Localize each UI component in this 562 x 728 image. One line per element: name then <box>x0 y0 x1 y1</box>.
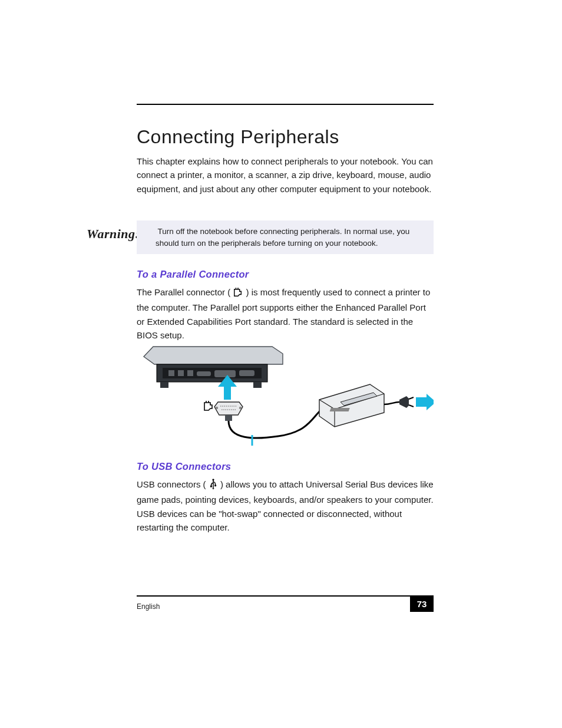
warning-label: Warning: <box>87 226 140 242</box>
svg-rect-9 <box>253 382 262 388</box>
laptop-rear-icon <box>144 347 283 388</box>
power-plug-icon <box>399 396 414 408</box>
svg-rect-2 <box>168 370 174 376</box>
warning-text: Turn off the notebook before connecting … <box>156 227 409 248</box>
svg-rect-4 <box>187 370 193 376</box>
chapter-title: Connecting Peripherals <box>137 126 339 148</box>
svg-rect-10 <box>225 415 232 421</box>
section-heading-usb: To USB Connectors <box>137 461 231 472</box>
page-number-badge: 73 <box>410 595 434 612</box>
manual-page: Connecting Peripherals This chapter expl… <box>0 0 562 728</box>
svg-point-11 <box>216 407 218 409</box>
section-heading-parallel: To a Parallel Connector <box>137 269 249 280</box>
svg-point-12 <box>239 407 242 409</box>
top-rule <box>137 104 434 105</box>
arrow-right-icon <box>416 394 434 410</box>
para1-before: The Parallel connector ( <box>137 287 230 297</box>
connection-diagram <box>137 336 434 454</box>
parallel-plug-icon <box>214 402 243 421</box>
svg-rect-5 <box>197 371 211 376</box>
svg-rect-20 <box>210 486 212 487</box>
para2-before: USB connectors ( <box>137 479 206 489</box>
bottom-rule <box>137 595 434 597</box>
footer-language: English <box>137 602 160 611</box>
parallel-port-icon <box>233 287 243 301</box>
svg-rect-7 <box>239 370 254 376</box>
intro-paragraph: This chapter explains how to connect per… <box>137 154 434 196</box>
svg-point-21 <box>214 485 216 486</box>
svg-rect-8 <box>160 382 168 388</box>
usb-trident-icon <box>209 479 218 493</box>
svg-rect-3 <box>178 370 184 376</box>
cable-icon <box>229 408 325 438</box>
svg-rect-6 <box>214 370 236 377</box>
section-body-usb: USB connectors ( ) allows you to attach … <box>137 477 434 534</box>
svg-line-17 <box>409 397 414 399</box>
warning-box: Turn off the notebook before connecting … <box>137 220 434 254</box>
section-body-parallel: The Parallel connector ( ) is most frequ… <box>137 285 434 342</box>
svg-line-18 <box>409 405 414 407</box>
svg-point-19 <box>212 479 214 480</box>
parallel-port-icon <box>204 401 212 410</box>
printer-icon <box>319 384 399 427</box>
svg-rect-16 <box>330 408 350 411</box>
